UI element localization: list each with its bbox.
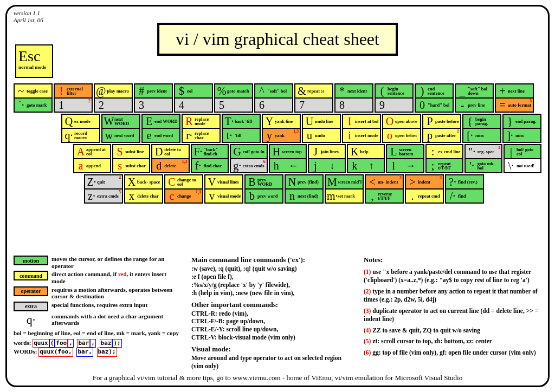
esc-key: Esc normal mode <box>15 44 53 78</box>
key: Jjoin linesj↓ <box>308 144 346 173</box>
key: T·back 'tillt·'till <box>222 114 261 143</box>
keyboard: ~toggle case`·goto mark!external filter1… <box>14 83 541 205</box>
key: |bol/ goto col\·not used! <box>504 144 541 173</box>
key: %goto match5 <box>214 83 253 113</box>
key: Khelpk↑ <box>347 144 385 173</box>
key: @·play macro2 <box>94 83 133 113</box>
version-info: version 1.1April 1st, 06 <box>14 10 43 24</box>
key: Oopen aboveoopen below <box>382 114 421 143</box>
cheat-sheet-page: version 1.1April 1st, 06 vi / vim graphi… <box>5 5 550 387</box>
key: Aappend at eolaappend <box>73 144 111 173</box>
key: $eol4 <box>174 83 213 113</box>
key: ?·find (rev.)/·find <box>445 174 484 204</box>
key: ~toggle case`·goto mark <box>14 83 53 113</box>
key: ^"soft" bol6 <box>254 83 293 113</box>
key: _"soft" bol down-prev line <box>455 83 494 113</box>
key: (begin sentence9 <box>375 83 414 113</box>
key: Cchange to eolcchange1,3 <box>164 174 203 204</box>
key: >indent3.repeat cmd <box>405 174 444 204</box>
key: Geof/ goto lng·extra cmds6 <box>230 144 268 173</box>
key: +next line=auto format3 <box>495 83 534 113</box>
key: F·"back" find chf·find char <box>191 144 229 173</box>
key: Ppaste beforeppaste after1 <box>422 114 461 143</box>
notes-column: Notes:(1) use "x before a yank/paste/del… <box>364 256 541 374</box>
key: Qex modeq·record macro <box>61 114 100 143</box>
key: Xback- spacexdelete char <box>124 174 163 204</box>
key: "·reg. spec1'·goto mk. bol <box>464 144 502 173</box>
key: *next ident8 <box>334 83 373 113</box>
key: Z·quit4z·extra cmds5 <box>84 174 123 204</box>
key: #prev ident3 <box>134 83 173 113</box>
key: Wnext WORDwnext word <box>101 114 140 143</box>
key: &repeat :s7 <box>294 83 333 113</box>
key: Ddelete to eolddelete1,3 <box>151 144 189 173</box>
commands-column: Main command line commands ('ex')::w (sa… <box>191 256 354 374</box>
key: Vvisual linesvvisual mode <box>204 174 243 204</box>
key: Eend WORDeend word <box>141 114 180 143</box>
key: Mscreen mid'lm·set mark <box>325 174 364 204</box>
bottom-section: motionmoves the cursor, or defines the r… <box>14 256 541 374</box>
page-title: vi / vim graphical cheat sheet <box>157 23 398 56</box>
key: Yyank lineyyank1,3 <box>262 114 301 143</box>
key: <un- indent3,reverse t/T/f/F <box>365 174 404 204</box>
key: Nprev (find)nnext (find) <box>285 174 324 204</box>
key: !external filter12 <box>54 83 93 113</box>
key: )end sentence0"hard" bol <box>415 83 454 113</box>
key: Bprev WORDbprev word <box>244 174 283 204</box>
legend-column: motionmoves the cursor, or defines the r… <box>14 256 182 374</box>
key: {begin parag.[·misc <box>462 114 501 143</box>
key: }end parag.]·misc <box>502 114 541 143</box>
key: Ssubst linessubst char <box>112 144 150 173</box>
key: Lscreen bottoml→ <box>386 144 424 173</box>
key: :ex cmd line;repeat t/T/f/F <box>425 144 463 173</box>
footer: For a graphical vi/vim tutorial & more t… <box>7 374 548 382</box>
key: Rreplace moder·replace char <box>182 114 221 143</box>
key: Hscreen toph← <box>269 144 307 173</box>
key: Iinsert at boliinsert mode <box>342 114 381 143</box>
key: Uundo lineuundo <box>302 114 341 143</box>
